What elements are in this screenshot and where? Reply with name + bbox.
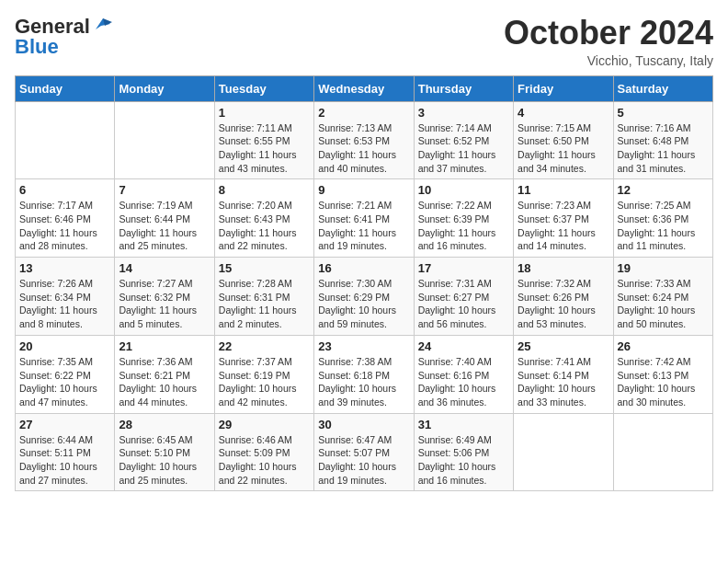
day-number: 22 xyxy=(219,339,310,353)
calendar-cell xyxy=(16,101,115,179)
day-number: 28 xyxy=(119,418,210,431)
header-row-days: Sunday Monday Tuesday Wednesday Thursday… xyxy=(16,75,713,101)
logo-bird-icon xyxy=(92,17,112,33)
day-number: 19 xyxy=(618,261,709,275)
calendar-cell: 18Sunrise: 7:32 AM Sunset: 6:26 PM Dayli… xyxy=(514,258,613,336)
title-block: October 2024 Vicchio, Tuscany, Italy xyxy=(504,15,713,68)
calendar-cell: 7Sunrise: 7:19 AM Sunset: 6:44 PM Daylig… xyxy=(115,179,214,258)
logo: General Blue xyxy=(15,15,112,59)
day-detail: Sunrise: 6:44 AM Sunset: 5:11 PM Dayligh… xyxy=(19,433,110,488)
calendar-cell: 9Sunrise: 7:21 AM Sunset: 6:41 PM Daylig… xyxy=(314,179,414,258)
day-number: 15 xyxy=(219,261,310,275)
day-number: 13 xyxy=(19,261,110,275)
day-number: 20 xyxy=(19,339,110,353)
calendar-cell: 24Sunrise: 7:40 AM Sunset: 6:16 PM Dayli… xyxy=(414,335,513,413)
col-monday: Monday xyxy=(115,75,214,101)
day-detail: Sunrise: 6:49 AM Sunset: 5:06 PM Dayligh… xyxy=(418,433,509,488)
day-detail: Sunrise: 6:47 AM Sunset: 5:07 PM Dayligh… xyxy=(318,433,409,488)
calendar-cell: 29Sunrise: 6:46 AM Sunset: 5:09 PM Dayli… xyxy=(214,413,313,491)
calendar-cell: 8Sunrise: 7:20 AM Sunset: 6:43 PM Daylig… xyxy=(214,179,313,258)
day-detail: Sunrise: 7:15 AM Sunset: 6:50 PM Dayligh… xyxy=(518,121,609,176)
calendar-cell: 23Sunrise: 7:38 AM Sunset: 6:18 PM Dayli… xyxy=(314,335,414,413)
day-number: 4 xyxy=(518,106,609,120)
day-detail: Sunrise: 7:38 AM Sunset: 6:18 PM Dayligh… xyxy=(318,355,409,409)
day-number: 11 xyxy=(518,183,609,197)
calendar-cell: 22Sunrise: 7:37 AM Sunset: 6:19 PM Dayli… xyxy=(214,335,313,413)
calendar-cell xyxy=(115,101,214,179)
day-detail: Sunrise: 7:20 AM Sunset: 6:43 PM Dayligh… xyxy=(219,199,310,253)
day-detail: Sunrise: 7:32 AM Sunset: 6:26 PM Dayligh… xyxy=(518,277,609,331)
calendar-cell: 31Sunrise: 6:49 AM Sunset: 5:06 PM Dayli… xyxy=(414,413,513,491)
day-detail: Sunrise: 7:19 AM Sunset: 6:44 PM Dayligh… xyxy=(119,199,210,253)
calendar-cell: 6Sunrise: 7:17 AM Sunset: 6:46 PM Daylig… xyxy=(16,179,115,258)
calendar-cell: 14Sunrise: 7:27 AM Sunset: 6:32 PM Dayli… xyxy=(115,258,214,336)
day-detail: Sunrise: 7:25 AM Sunset: 6:36 PM Dayligh… xyxy=(618,199,709,253)
calendar-week-row: 27Sunrise: 6:44 AM Sunset: 5:11 PM Dayli… xyxy=(16,413,713,491)
calendar-cell: 17Sunrise: 7:31 AM Sunset: 6:27 PM Dayli… xyxy=(414,258,513,336)
calendar-week-row: 13Sunrise: 7:26 AM Sunset: 6:34 PM Dayli… xyxy=(16,258,713,336)
day-number: 18 xyxy=(518,261,609,275)
day-detail: Sunrise: 7:23 AM Sunset: 6:37 PM Dayligh… xyxy=(518,199,609,253)
calendar-cell: 11Sunrise: 7:23 AM Sunset: 6:37 PM Dayli… xyxy=(514,179,613,258)
day-number: 16 xyxy=(318,261,409,275)
day-detail: Sunrise: 7:41 AM Sunset: 6:14 PM Dayligh… xyxy=(518,355,609,409)
day-detail: Sunrise: 7:27 AM Sunset: 6:32 PM Dayligh… xyxy=(119,277,210,331)
col-saturday: Saturday xyxy=(613,75,712,101)
calendar-week-row: 6Sunrise: 7:17 AM Sunset: 6:46 PM Daylig… xyxy=(16,179,713,258)
header-row: General Blue October 2024 Vicchio, Tusca… xyxy=(15,15,713,68)
day-number: 21 xyxy=(119,339,210,353)
calendar-cell: 19Sunrise: 7:33 AM Sunset: 6:24 PM Dayli… xyxy=(613,258,712,336)
day-number: 26 xyxy=(618,339,709,353)
day-detail: Sunrise: 7:42 AM Sunset: 6:13 PM Dayligh… xyxy=(618,355,709,409)
col-thursday: Thursday xyxy=(414,75,513,101)
calendar-cell: 27Sunrise: 6:44 AM Sunset: 5:11 PM Dayli… xyxy=(16,413,115,491)
calendar-cell: 1Sunrise: 7:11 AM Sunset: 6:55 PM Daylig… xyxy=(214,101,313,179)
calendar-cell xyxy=(613,413,712,491)
day-number: 27 xyxy=(19,418,110,431)
col-friday: Friday xyxy=(514,75,613,101)
day-detail: Sunrise: 7:13 AM Sunset: 6:53 PM Dayligh… xyxy=(318,121,409,176)
main-container: General Blue October 2024 Vicchio, Tusca… xyxy=(0,0,728,499)
day-detail: Sunrise: 7:40 AM Sunset: 6:16 PM Dayligh… xyxy=(418,355,509,409)
calendar-week-row: 1Sunrise: 7:11 AM Sunset: 6:55 PM Daylig… xyxy=(16,101,713,179)
calendar-cell: 28Sunrise: 6:45 AM Sunset: 5:10 PM Dayli… xyxy=(115,413,214,491)
calendar-cell: 25Sunrise: 7:41 AM Sunset: 6:14 PM Dayli… xyxy=(514,335,613,413)
day-detail: Sunrise: 7:30 AM Sunset: 6:29 PM Dayligh… xyxy=(318,277,409,331)
calendar-cell: 21Sunrise: 7:36 AM Sunset: 6:21 PM Dayli… xyxy=(115,335,214,413)
day-detail: Sunrise: 7:17 AM Sunset: 6:46 PM Dayligh… xyxy=(19,199,110,253)
calendar-cell: 5Sunrise: 7:16 AM Sunset: 6:48 PM Daylig… xyxy=(613,101,712,179)
day-number: 3 xyxy=(418,106,509,120)
day-detail: Sunrise: 6:46 AM Sunset: 5:09 PM Dayligh… xyxy=(219,433,310,488)
calendar-week-row: 20Sunrise: 7:35 AM Sunset: 6:22 PM Dayli… xyxy=(16,335,713,413)
day-detail: Sunrise: 6:45 AM Sunset: 5:10 PM Dayligh… xyxy=(119,433,210,488)
day-number: 25 xyxy=(518,339,609,353)
day-number: 5 xyxy=(618,106,709,120)
day-number: 23 xyxy=(318,339,409,353)
month-title: October 2024 xyxy=(504,15,713,52)
calendar-cell: 10Sunrise: 7:22 AM Sunset: 6:39 PM Dayli… xyxy=(414,179,513,258)
calendar-cell: 30Sunrise: 6:47 AM Sunset: 5:07 PM Dayli… xyxy=(314,413,414,491)
day-number: 1 xyxy=(219,106,310,120)
col-wednesday: Wednesday xyxy=(314,75,414,101)
day-detail: Sunrise: 7:36 AM Sunset: 6:21 PM Dayligh… xyxy=(119,355,210,409)
calendar-cell: 4Sunrise: 7:15 AM Sunset: 6:50 PM Daylig… xyxy=(514,101,613,179)
calendar-cell: 12Sunrise: 7:25 AM Sunset: 6:36 PM Dayli… xyxy=(613,179,712,258)
day-number: 29 xyxy=(219,418,310,431)
day-number: 31 xyxy=(418,418,509,431)
day-detail: Sunrise: 7:37 AM Sunset: 6:19 PM Dayligh… xyxy=(219,355,310,409)
logo-blue: Blue xyxy=(15,35,59,59)
day-detail: Sunrise: 7:14 AM Sunset: 6:52 PM Dayligh… xyxy=(418,121,509,176)
day-number: 12 xyxy=(618,183,709,197)
calendar-cell: 16Sunrise: 7:30 AM Sunset: 6:29 PM Dayli… xyxy=(314,258,414,336)
calendar-cell: 15Sunrise: 7:28 AM Sunset: 6:31 PM Dayli… xyxy=(214,258,313,336)
calendar-cell: 3Sunrise: 7:14 AM Sunset: 6:52 PM Daylig… xyxy=(414,101,513,179)
day-detail: Sunrise: 7:16 AM Sunset: 6:48 PM Dayligh… xyxy=(618,121,709,176)
calendar-table: Sunday Monday Tuesday Wednesday Thursday… xyxy=(15,75,713,492)
day-number: 8 xyxy=(219,183,310,197)
day-number: 9 xyxy=(318,183,409,197)
day-number: 7 xyxy=(119,183,210,197)
col-sunday: Sunday xyxy=(16,75,115,101)
calendar-cell: 13Sunrise: 7:26 AM Sunset: 6:34 PM Dayli… xyxy=(16,258,115,336)
calendar-cell: 26Sunrise: 7:42 AM Sunset: 6:13 PM Dayli… xyxy=(613,335,712,413)
calendar-cell xyxy=(514,413,613,491)
